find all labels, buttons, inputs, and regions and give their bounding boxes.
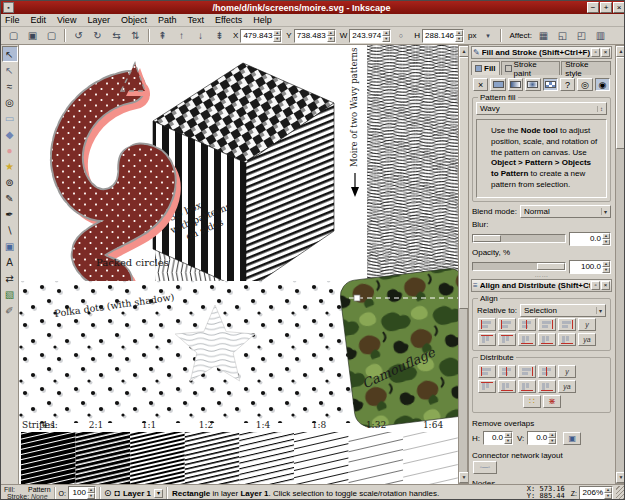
flat-color-button[interactable]	[490, 78, 505, 91]
align-bottom-to-top-edge-button[interactable]	[478, 333, 496, 346]
current-layer-select[interactable]: Layer 1	[123, 489, 151, 498]
select-edit-icon-c[interactable]: ▢	[43, 28, 60, 44]
layer-lock-icon[interactable]: ◘	[115, 488, 120, 498]
resize-grip[interactable]	[616, 486, 625, 500]
close-button[interactable]: ×	[613, 2, 625, 13]
distribute-bottom-edges-button[interactable]	[518, 380, 536, 393]
panel-close-button[interactable]: ×	[601, 281, 610, 290]
pencil-tool[interactable]: ✎	[2, 190, 18, 206]
y-field[interactable]: 738.483▲▼	[294, 29, 336, 43]
menu-path[interactable]: Path	[158, 15, 177, 25]
scroll-up-icon[interactable]: ▲	[616, 46, 625, 57]
maximize-button[interactable]: +	[600, 2, 612, 13]
blur-slider-thumb[interactable]	[473, 235, 501, 242]
pen-tool[interactable]: ✒	[2, 206, 18, 222]
calligraphy-tool[interactable]: ∖	[2, 222, 18, 238]
layer-visibility-icon[interactable]: ⊙	[104, 488, 112, 498]
distribute-centers-h-button[interactable]	[498, 365, 516, 378]
menu-file[interactable]: File	[5, 15, 20, 25]
align-right-edges-button[interactable]	[538, 318, 556, 331]
distribute-left-edges-button[interactable]	[478, 365, 496, 378]
tweak-tool[interactable]: ≈	[2, 78, 18, 94]
h-field[interactable]: 288.146▲▼	[422, 29, 464, 43]
canvas[interactable]: Moire of two Wavy patterns 3D box with p…	[19, 45, 458, 484]
text-tool[interactable]: A	[2, 254, 18, 270]
align-header[interactable]: ≡ Align and Distribute (Shift+Ctrl+A) ▫ …	[471, 279, 612, 292]
remove-overlaps-button[interactable]: ▣	[563, 432, 581, 445]
units-dropdown-icon[interactable]: ▾	[479, 28, 496, 44]
align-top-to-bottom-edge-button[interactable]	[558, 333, 576, 346]
align-top-edges-button[interactable]	[498, 333, 516, 346]
rotate-ccw-icon[interactable]: ↺	[70, 28, 87, 44]
opacity-slider[interactable]	[472, 262, 566, 271]
raise-to-top-icon[interactable]: ⇞	[154, 28, 171, 44]
menu-layer[interactable]: Layer	[87, 15, 110, 25]
distribute-centers-v-button[interactable]	[498, 380, 516, 393]
distribute-equal-gaps-v-button[interactable]	[538, 380, 556, 393]
ellipse-tool[interactable]: ●	[2, 142, 18, 158]
tab-stroke-paint[interactable]: Stroke paint	[501, 61, 561, 75]
scroll-down-icon[interactable]: ▼	[616, 472, 625, 483]
object-opacity-field[interactable]: 100▲▼	[68, 486, 96, 500]
canvas-vscrollbar[interactable]: ▲ ▼	[458, 45, 468, 484]
radial-gradient-button[interactable]	[525, 78, 540, 91]
connector-layout-button[interactable]: ◦—◦	[473, 461, 497, 474]
linear-gradient-button[interactable]	[508, 78, 523, 91]
blur-field[interactable]: 0.0▲▼	[569, 232, 611, 246]
opacity-slider-thumb[interactable]	[537, 263, 565, 270]
rectangle-tool[interactable]: ▭	[2, 110, 18, 126]
tab-stroke-style[interactable]: Stroke style	[561, 61, 611, 75]
panel-minimize-button[interactable]: ▫	[591, 48, 600, 57]
fill-stroke-header[interactable]: ✎ Fill and Stroke (Shift+Ctrl+F) ▫ ×	[471, 46, 612, 59]
blur-slider[interactable]	[472, 234, 566, 243]
spiral-tool[interactable]: ⊚	[2, 174, 18, 190]
menu-effects[interactable]: Effects	[215, 15, 242, 25]
align-text-baseline-button[interactable]: ya	[578, 333, 596, 346]
distribute-right-edges-button[interactable]	[518, 365, 536, 378]
menu-edit[interactable]: Edit	[31, 15, 47, 25]
blend-mode-select[interactable]: Normal ▾	[520, 205, 611, 218]
box3d-tool[interactable]: ◆	[2, 126, 18, 142]
distribute-top-edges-button[interactable]	[478, 380, 496, 393]
affect-scale-stroke-icon[interactable]: ◱	[554, 28, 571, 44]
flip-vertical-icon[interactable]: ⇅	[127, 28, 144, 44]
units-select[interactable]: px	[468, 31, 476, 40]
zoom-tool[interactable]: ◎	[2, 94, 18, 110]
unclump-button[interactable]: ⋇	[543, 395, 561, 408]
align-text-anchor-button[interactable]: y	[578, 318, 596, 331]
randomize-positions-button[interactable]: ∷	[523, 395, 541, 408]
menu-text[interactable]: Text	[187, 15, 204, 25]
lock-ratio-icon[interactable]: ○	[392, 28, 409, 44]
fill-rule-evenodd-button[interactable]: ◎	[577, 78, 592, 91]
relative-to-select[interactable]: Selection ▾	[520, 304, 606, 317]
fill-stroke-indicator[interactable]: Fill:Pattern Stroke:None	[1, 486, 54, 500]
panel-minimize-button[interactable]: ▫	[591, 281, 600, 290]
distribute-text-baselines-v-button[interactable]: ya	[558, 380, 576, 393]
align-center-horizontal-button[interactable]	[518, 333, 536, 346]
affect-scale-corners-icon[interactable]: ◰	[573, 28, 590, 44]
star-tool[interactable]: ★	[2, 158, 18, 174]
connector-tool[interactable]: ⇄	[2, 270, 18, 286]
menu-view[interactable]: View	[57, 15, 76, 25]
align-right-to-left-edge-button[interactable]	[478, 318, 496, 331]
opacity-field[interactable]: 100.0▲▼	[569, 260, 611, 274]
panel-close-button[interactable]: ×	[601, 48, 610, 57]
no-paint-button[interactable]: ×	[473, 78, 488, 91]
minimize-button[interactable]: −	[587, 2, 599, 13]
align-left-edges-button[interactable]	[498, 318, 516, 331]
selector-tool[interactable]: ↖	[2, 46, 18, 62]
lower-to-bottom-icon[interactable]: ⇟	[211, 28, 228, 44]
v-gap-field[interactable]: 0.0▲▼	[527, 431, 557, 445]
fill-rule-nonzero-button[interactable]: ◉	[595, 78, 610, 91]
select-edit-icon-b[interactable]: ▣	[24, 28, 41, 44]
dock-vscroll-thumb[interactable]	[616, 57, 625, 149]
layer-dropdown-icon[interactable]: ▾	[154, 489, 163, 498]
unknown-paint-button[interactable]: ?	[560, 78, 575, 91]
align-center-vertical-button[interactable]	[518, 318, 536, 331]
rotate-cw-icon[interactable]: ↻	[89, 28, 106, 44]
raise-icon[interactable]: ↑	[173, 28, 190, 44]
paint-bucket-tool[interactable]: ▣	[2, 238, 18, 254]
distribute-equal-gaps-h-button[interactable]	[538, 365, 556, 378]
x-field[interactable]: 479.843▲▼	[240, 29, 282, 43]
node-editor-tool[interactable]: ↖	[2, 62, 18, 78]
